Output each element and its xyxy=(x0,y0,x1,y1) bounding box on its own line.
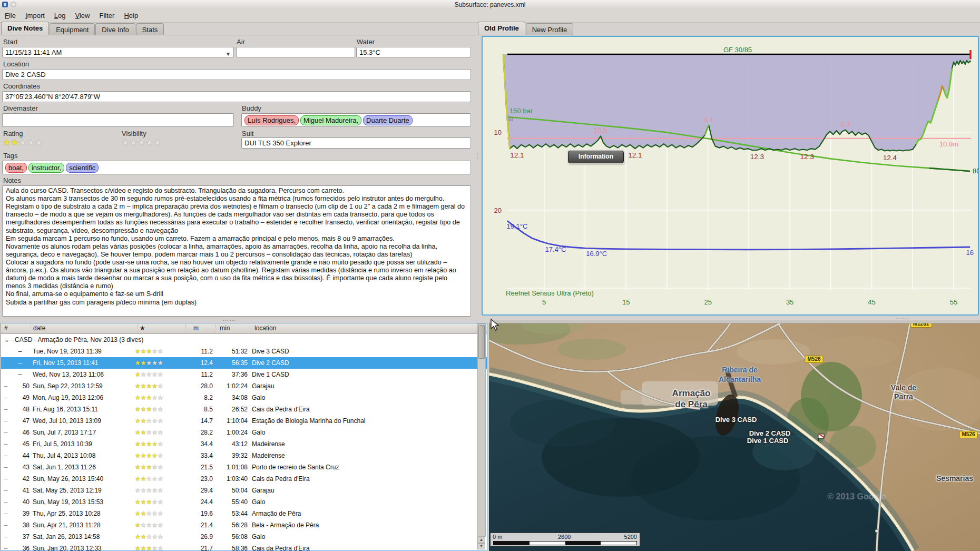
dive-duration: 56:28 xyxy=(213,522,248,529)
vertical-splitter-handle[interactable]: ⋯ xyxy=(474,153,482,160)
star-icon: ★ xyxy=(141,394,146,401)
start-time-combo[interactable]: 11/15/13 11:41 AM ▼ xyxy=(2,47,234,57)
star-icon: ★ xyxy=(11,137,18,147)
dive-site-label: Dive 2 CASD xyxy=(749,429,791,437)
dive-row[interactable]: –39Thu, Apr 25, 2013 10:28★★★★★19.653:44… xyxy=(1,508,487,519)
column-header[interactable]: m xyxy=(185,324,215,332)
dive-list: #date★mminlocation⌄– CASD - Armação de P… xyxy=(1,323,487,551)
dive-date: Sat, May 25, 2013 12:19 xyxy=(31,487,135,494)
divemaster-field[interactable] xyxy=(2,113,234,127)
dive-depth: 34.4 xyxy=(183,440,213,448)
star-icon: ★ xyxy=(19,137,27,147)
map-view[interactable]: 0 m 2600 5200 Armação de PêraRibeira de … xyxy=(489,320,980,551)
dive-row[interactable]: –48Fri, Aug 16, 2013 15:11★★★★★8.526:52C… xyxy=(1,404,487,415)
dive-depth: 8.2 xyxy=(183,394,213,401)
tab-stats[interactable]: Stats xyxy=(136,23,164,35)
dive-depth: 11.2 xyxy=(183,371,213,378)
dive-site-label: Dive 1 CASD xyxy=(747,437,789,445)
star-icon: ★ xyxy=(158,440,163,448)
scale-mid: 2600 xyxy=(558,534,571,540)
star-icon: ★ xyxy=(152,522,158,529)
location-field[interactable]: Dive 2 CASD xyxy=(2,69,471,80)
star-icon: ★ xyxy=(135,394,141,401)
dive-date: Fri, Nov 15, 2013 11:41 xyxy=(31,359,135,367)
dive-row[interactable]: –Wed, Nov 13, 2013 11:06★★★★★11.237:36Di… xyxy=(1,369,487,380)
dive-row[interactable]: –42Sun, May 26, 2013 15:40★★★★★23.01:03:… xyxy=(1,473,487,485)
visibility-stars[interactable]: ★★★★★ xyxy=(121,138,161,147)
notes-textarea[interactable]: Aula do curso CASD. Transectos c/video e… xyxy=(2,185,471,317)
buddy-field[interactable]: Luís Rodrigues,Miguel Madureira,Duarte D… xyxy=(241,113,471,127)
star-icon: ★ xyxy=(135,533,141,540)
dive-location: Estação de Biologia Marinha do Funchal xyxy=(248,417,487,425)
dive-row[interactable]: –40Sun, May 19, 2013 15:53★★★★★24.455:40… xyxy=(1,496,487,508)
menu-help[interactable]: Help xyxy=(119,9,143,21)
suit-field[interactable]: DUI TLS 350 Explorer xyxy=(241,137,471,149)
depth-event-label: 9.1 xyxy=(704,116,714,124)
dive-location: Galo xyxy=(248,498,487,506)
star-icon: ★ xyxy=(152,382,158,390)
dive-row[interactable]: –Fri, Nov 15, 2013 11:41★★★★★12.456:35Di… xyxy=(1,357,487,369)
scroll-down-button[interactable]: ▼ xyxy=(477,543,485,549)
dive-row[interactable]: –43Sat, Jun 1, 2013 11:26★★★★★21.51:01:0… xyxy=(1,461,487,473)
star-icon: ★ xyxy=(152,533,158,540)
sesmarias: Sesmarias xyxy=(936,474,973,483)
column-header[interactable]: ★ xyxy=(137,324,185,332)
scroll-up-button[interactable]: ▲ xyxy=(477,537,485,543)
dive-row[interactable]: –38Sun, Apr 21, 2013 11:28★★★★★21.456:28… xyxy=(1,519,487,531)
star-icon: ★ xyxy=(152,394,158,401)
tab-dive-notes[interactable]: Dive Notes xyxy=(1,22,49,35)
time-axis-tick: 55 xyxy=(950,298,957,306)
dive-row[interactable]: –41Sat, May 25, 2013 12:19★★★★★29.450:04… xyxy=(1,485,487,496)
tab-new-profile[interactable]: New Profile xyxy=(526,23,573,35)
dive-date: Sat, Jun 1, 2013 11:26 xyxy=(31,464,135,471)
menu-view[interactable]: View xyxy=(71,9,95,21)
star-icon: ★ xyxy=(135,522,141,529)
dive-location: Galo xyxy=(248,533,487,540)
tab-old-profile[interactable]: Old Profile xyxy=(478,22,525,35)
pressure-area-fill xyxy=(503,54,971,151)
dive-rating: ★★★★★ xyxy=(135,464,183,471)
air-temp-field[interactable] xyxy=(236,47,355,57)
dive-rating: ★★★★★ xyxy=(135,510,183,517)
dive-row[interactable]: –49Mon, Aug 19, 2013 12:06★★★★★8.234:08G… xyxy=(1,392,487,404)
dive-row[interactable]: –36Sun, Jan 20, 2013 12:33★★★★★21.758:36… xyxy=(1,543,487,551)
coordinates-field[interactable]: 37°05'23.460"N 8°20'47.879"W xyxy=(2,91,471,102)
menu-file[interactable]: File xyxy=(0,9,21,21)
dive-rating: ★★★★★ xyxy=(135,371,183,378)
dive-row[interactable]: –47Wed, Jul 10, 2013 13:09★★★★★14.71:10:… xyxy=(1,415,487,427)
road-endpoint xyxy=(875,529,878,533)
dive-list-vscroll-thumb[interactable] xyxy=(478,325,485,359)
dive-row[interactable]: –45Fri, Jul 5, 2013 10:39★★★★★34.443:12M… xyxy=(1,438,487,450)
dive-row[interactable]: –46Sun, Jul 7, 2013 17:17★★★★★28.21:00:2… xyxy=(1,427,487,438)
star-icon: ★ xyxy=(158,371,163,378)
star-icon: ★ xyxy=(135,464,141,471)
tab-equipment[interactable]: Equipment xyxy=(50,23,95,35)
column-header[interactable]: min xyxy=(215,324,250,332)
column-header[interactable]: location xyxy=(250,324,408,332)
dive-row[interactable]: –44Thu, Jul 4, 2013 10:08★★★★★33.439:32M… xyxy=(1,450,487,461)
dive-date: Thu, Jul 4, 2013 10:08 xyxy=(31,452,135,459)
dive-location: Bela - Armação de Pêra xyxy=(248,522,487,529)
information-button[interactable]: Information xyxy=(568,151,624,163)
menu-filter[interactable]: Filter xyxy=(94,9,119,21)
water-temp-field[interactable]: 15.3°C xyxy=(356,47,471,57)
tab-dive-info[interactable]: Dive Info xyxy=(95,23,135,35)
menu-import[interactable]: Import xyxy=(21,9,50,21)
column-header[interactable]: # xyxy=(1,324,31,332)
tags-field[interactable]: boat,instructor,scientific xyxy=(2,161,471,174)
rating-stars[interactable]: ★★★★★ xyxy=(3,138,43,147)
dive-trip-group-row[interactable]: ⌄– CASD - Armação de Pêra, Nov 2013 (3 d… xyxy=(1,334,487,346)
chevron-down-icon[interactable]: ▼ xyxy=(226,50,231,58)
temperature-line xyxy=(507,221,970,250)
star-icon: ★ xyxy=(152,487,158,494)
gradient-factor-label: GF 30/85 xyxy=(723,46,752,54)
dive-date: Sun, Jul 7, 2013 17:17 xyxy=(31,429,135,436)
dive-list-vscrollbar[interactable] xyxy=(477,323,486,537)
star-icon: ★ xyxy=(27,137,35,147)
dive-row[interactable]: –Tue, Nov 19, 2013 11:39★★★★★11.251:32Di… xyxy=(1,346,487,357)
menu-log[interactable]: Log xyxy=(50,9,71,21)
column-header[interactable]: date xyxy=(31,324,137,332)
depth-event-label: 12.1 xyxy=(628,151,642,159)
dive-row[interactable]: –50Sun, Sep 22, 2013 12:59★★★★★28.01:02:… xyxy=(1,380,487,392)
dive-row[interactable]: –37Sat, Jan 26, 2013 14:58★★★★★26.956:08… xyxy=(1,531,487,543)
